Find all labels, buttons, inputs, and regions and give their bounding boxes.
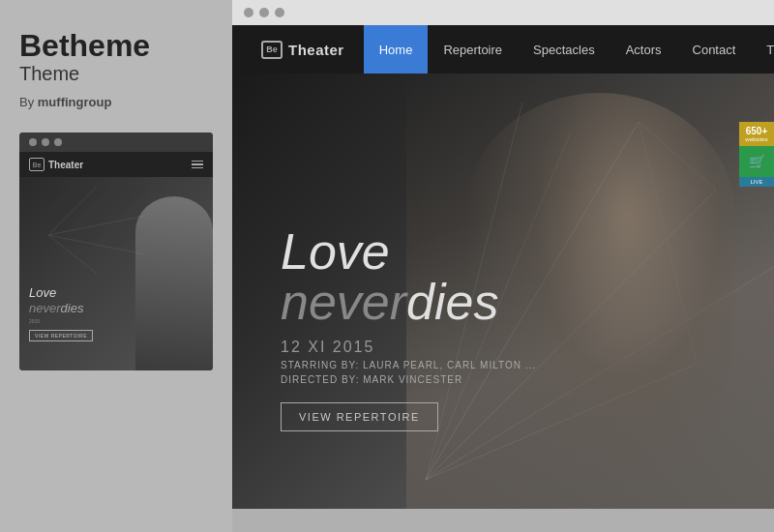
- site-nav: Be Theater Home Repertoire Spectacles Ac…: [232, 25, 774, 74]
- hero-director-name: MARK VINCESTER: [363, 374, 462, 385]
- badge-650-subtitle: websites: [745, 136, 768, 142]
- preview-lines-svg: [19, 177, 213, 370]
- side-badges: 650+ websites 🛒 LIVE: [739, 122, 774, 187]
- preview-dot-2: [42, 138, 49, 146]
- brand-by-text: By: [19, 95, 34, 109]
- hero-neverdies-text: neverdies: [281, 277, 536, 327]
- browser-chrome: [232, 0, 774, 25]
- svg-line-1: [48, 235, 97, 274]
- preview-dot-1: [29, 138, 37, 146]
- hero-starring: STARRING BY: LAURA PEARL, CARL MILTON ..…: [281, 360, 536, 370]
- site-container: Be Theater Home Repertoire Spectacles Ac…: [232, 25, 774, 532]
- brand-title: Betheme: [19, 29, 213, 63]
- badge-live: LIVE: [739, 177, 774, 187]
- preview-cta-button[interactable]: VIEW REPERTOIRE: [29, 330, 93, 341]
- site-logo-name: Theater: [288, 42, 344, 58]
- hero-starring-label: STARRING BY:: [281, 360, 359, 370]
- hero-love-text: Love: [281, 226, 536, 277]
- hero-never-gray: never: [281, 274, 406, 330]
- nav-tickets[interactable]: Tickets: [751, 25, 774, 74]
- hero-starring-names: LAURA PEARL, CARL MILTON ...: [363, 360, 536, 370]
- site-nav-links: Home Repertoire Spectacles Actors Contac…: [364, 25, 774, 74]
- svg-line-2: [48, 216, 145, 235]
- site-logo-be-box: Be: [261, 41, 283, 59]
- brand-by-line: By muffingroup: [19, 95, 213, 109]
- site-logo: Be Theater: [242, 41, 364, 59]
- preview-logo-be: Be: [29, 158, 45, 171]
- right-panel: Be Theater Home Repertoire Spectacles Ac…: [232, 0, 774, 532]
- nav-home[interactable]: Home: [364, 25, 429, 74]
- hero-directed-label: DIRECTED BY:: [281, 374, 359, 385]
- hero-date: 12 XI 2015: [281, 339, 536, 356]
- preview-love: Love: [29, 285, 93, 301]
- hero-directed: DIRECTED BY: MARK VINCESTER: [281, 374, 536, 385]
- preview-nav: Be Theater: [19, 152, 213, 177]
- hero-content: Love neverdies 12 XI 2015 STARRING BY: L…: [281, 226, 536, 431]
- svg-line-0: [48, 187, 97, 235]
- badge-650: 650+ websites: [739, 122, 774, 146]
- nav-actors[interactable]: Actors: [610, 25, 677, 74]
- preview-hero: Love neverdies 2015 VIEW REPERTOIRE: [19, 177, 213, 370]
- left-panel: Betheme Theme By muffingroup Be Theater: [0, 0, 232, 532]
- svg-line-3: [48, 235, 145, 254]
- browser-dot-1: [244, 8, 253, 17]
- nav-contact[interactable]: Contact: [677, 25, 752, 74]
- brand-author: muffingroup: [38, 95, 112, 109]
- preview-logo: Be Theater: [29, 158, 83, 171]
- preview-neverdies: neverdies: [29, 301, 93, 316]
- preview-dot-3: [54, 138, 62, 146]
- hero-dies-light: dies: [406, 274, 498, 330]
- site-hero: Love neverdies 12 XI 2015 STARRING BY: L…: [232, 74, 774, 509]
- preview-topbar: [19, 133, 213, 152]
- preview-card: Be Theater Love neverdies: [19, 133, 213, 370]
- nav-spectacles[interactable]: Spectacles: [518, 25, 610, 74]
- badge-650-number: 650+: [745, 126, 768, 136]
- preview-hero-text: Love neverdies 2015 VIEW REPERTOIRE: [29, 285, 93, 341]
- preview-logo-name: Theater: [48, 160, 83, 170]
- browser-dot-3: [275, 8, 284, 17]
- badge-cart[interactable]: 🛒: [739, 146, 774, 177]
- brand-subtitle: Theme: [19, 63, 213, 85]
- preview-meta: 2015: [29, 318, 93, 324]
- hero-cta-button[interactable]: VIEW REPERTOIRE: [281, 402, 438, 431]
- browser-dot-2: [259, 8, 269, 17]
- preview-hamburger-icon: [192, 161, 203, 169]
- nav-repertoire[interactable]: Repertoire: [428, 25, 518, 74]
